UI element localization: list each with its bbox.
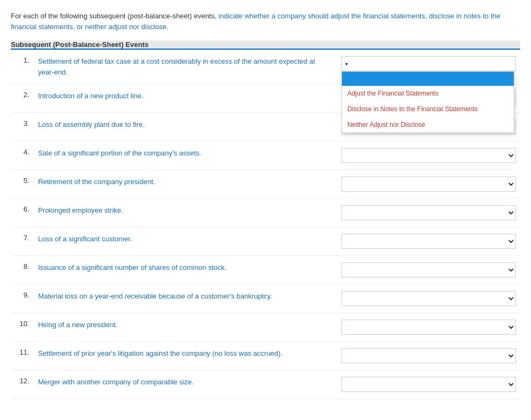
row-dropdown-cell: Adjust the Financial StatementsDisclose … bbox=[337, 342, 520, 370]
event-dropdown[interactable]: Adjust the Financial StatementsDisclose … bbox=[341, 377, 516, 392]
dropdown-menu-item[interactable]: Neither Adjust nor Disclose bbox=[342, 117, 514, 133]
row-number: 8. bbox=[11, 256, 33, 284]
dropdown-wrapper: Adjust the Financial StatementsDisclose … bbox=[341, 205, 516, 220]
event-dropdown[interactable]: Adjust the Financial StatementsDisclose … bbox=[341, 205, 516, 220]
event-dropdown[interactable]: Adjust the Financial StatementsDisclose … bbox=[341, 234, 516, 249]
intro-paragraph: For each of the following subsequent (po… bbox=[11, 11, 520, 32]
row-event-text: Material loss on a year-end receivable b… bbox=[33, 284, 337, 313]
dropdown-wrapper: Adjust the Financial StatementsDisclose … bbox=[341, 377, 516, 392]
open-dropdown-container: ▾Adjust the Financial StatementsDisclose… bbox=[341, 56, 516, 71]
table-row: 12.Merger with another company of compar… bbox=[11, 370, 520, 399]
dropdown-wrapper: Adjust the Financial StatementsDisclose … bbox=[341, 291, 516, 306]
table-row: 5.Retirement of the company president.Ad… bbox=[11, 170, 520, 199]
event-dropdown[interactable]: Adjust the Financial StatementsDisclose … bbox=[341, 291, 516, 306]
events-table: Subsequent (Post-Balance-Sheet) Events 1… bbox=[11, 40, 520, 399]
intro-highlight: indicate whether a company should adjust… bbox=[11, 12, 500, 31]
row-dropdown-cell: Adjust the Financial StatementsDisclose … bbox=[337, 256, 520, 284]
dropdown-wrapper: Adjust the Financial StatementsDisclose … bbox=[341, 234, 516, 249]
chevron-down-icon: ▾ bbox=[345, 61, 348, 67]
event-dropdown[interactable]: Adjust the Financial StatementsDisclose … bbox=[341, 320, 516, 335]
dropdown-menu-item[interactable]: Adjust the Financial Statements bbox=[342, 86, 514, 101]
row-event-text: Settlement of federal tax case at a cost… bbox=[33, 49, 337, 84]
row-dropdown-cell: Adjust the Financial StatementsDisclose … bbox=[337, 199, 520, 227]
row-event-text: Settlement of prior year's litigation ag… bbox=[33, 342, 337, 370]
row-number: 6. bbox=[11, 199, 33, 227]
row-number: 5. bbox=[11, 170, 33, 199]
dropdown-menu: Adjust the Financial StatementsDisclose … bbox=[341, 71, 514, 133]
table-row: 4.Sale of a significant portion of the c… bbox=[11, 141, 520, 170]
table-row: 10.Hiring of a new president.Adjust the … bbox=[11, 313, 520, 342]
row-event-text: Loss of assembly plant due to fire. bbox=[33, 113, 337, 141]
row-dropdown-cell: Adjust the Financial StatementsDisclose … bbox=[337, 284, 520, 313]
row-dropdown-cell: ▾Adjust the Financial StatementsDisclose… bbox=[337, 49, 520, 84]
dropdown-highlight-bar bbox=[342, 72, 514, 86]
table-row: 9.Material loss on a year-end receivable… bbox=[11, 284, 520, 313]
event-dropdown[interactable]: Adjust the Financial StatementsDisclose … bbox=[341, 177, 516, 192]
dropdown-wrapper: Adjust the Financial StatementsDisclose … bbox=[341, 320, 516, 335]
row-number: 2. bbox=[11, 84, 33, 113]
row-number: 1. bbox=[11, 49, 33, 84]
dropdown-wrapper: Adjust the Financial StatementsDisclose … bbox=[341, 348, 516, 363]
row-number: 11. bbox=[11, 342, 33, 370]
row-number: 10. bbox=[11, 313, 33, 342]
row-event-text: Introduction of a new product line. bbox=[33, 84, 337, 113]
row-event-text: Loss of a significant customer. bbox=[33, 227, 337, 256]
row-dropdown-cell: Adjust the Financial StatementsDisclose … bbox=[337, 227, 520, 256]
row-number: 12. bbox=[11, 370, 33, 399]
table-row: 6.Prolonged employee strike.Adjust the F… bbox=[11, 199, 520, 227]
row-number: 7. bbox=[11, 227, 33, 256]
table-row: 8.Issuance of a significant number of sh… bbox=[11, 256, 520, 284]
dropdown-wrapper: Adjust the Financial StatementsDisclose … bbox=[341, 148, 516, 163]
row-event-text: Sale of a significant portion of the com… bbox=[33, 141, 337, 170]
row-number: 9. bbox=[11, 284, 33, 313]
event-dropdown[interactable]: Adjust the Financial StatementsDisclose … bbox=[341, 262, 516, 277]
event-dropdown[interactable]: Adjust the Financial StatementsDisclose … bbox=[341, 348, 516, 363]
row-event-text: Merger with another company of comparabl… bbox=[33, 370, 337, 399]
row-dropdown-cell: Adjust the Financial StatementsDisclose … bbox=[337, 313, 520, 342]
dropdown-trigger[interactable]: ▾ bbox=[341, 56, 516, 71]
row-dropdown-cell: Adjust the Financial StatementsDisclose … bbox=[337, 370, 520, 399]
row-dropdown-cell: Adjust the Financial StatementsDisclose … bbox=[337, 141, 520, 170]
table-row: 1.Settlement of federal tax case at a co… bbox=[11, 49, 520, 84]
table-row: 7.Loss of a significant customer.Adjust … bbox=[11, 227, 520, 256]
row-event-text: Retirement of the company president. bbox=[33, 170, 337, 199]
row-event-text: Hiring of a new president. bbox=[33, 313, 337, 342]
row-event-text: Prolonged employee strike. bbox=[33, 199, 337, 227]
table-header-row: Subsequent (Post-Balance-Sheet) Events bbox=[11, 40, 520, 49]
table-header: Subsequent (Post-Balance-Sheet) Events bbox=[11, 40, 337, 49]
row-number: 4. bbox=[11, 141, 33, 170]
dropdown-wrapper: Adjust the Financial StatementsDisclose … bbox=[341, 262, 516, 277]
dropdown-menu-item[interactable]: Disclose in Notes to the Financial State… bbox=[342, 101, 514, 117]
row-dropdown-cell: Adjust the Financial StatementsDisclose … bbox=[337, 170, 520, 199]
row-event-text: Issuance of a significant number of shar… bbox=[33, 256, 337, 284]
table-row: 11.Settlement of prior year's litigation… bbox=[11, 342, 520, 370]
event-dropdown[interactable]: Adjust the Financial StatementsDisclose … bbox=[341, 148, 516, 163]
row-number: 3. bbox=[11, 113, 33, 141]
dropdown-wrapper: Adjust the Financial StatementsDisclose … bbox=[341, 177, 516, 192]
